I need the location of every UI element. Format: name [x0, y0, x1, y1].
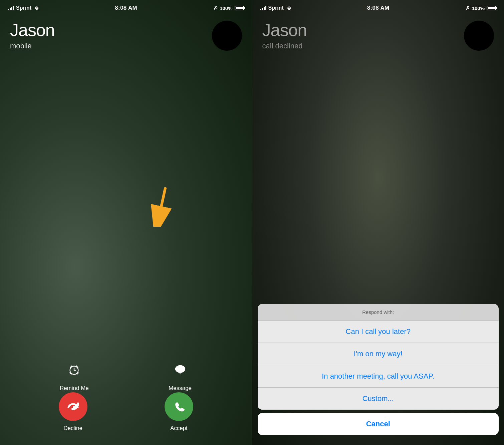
respond-option-3[interactable]: In another meeting, call you ASAP. [258, 365, 499, 387]
contact-info-left: Jason mobile [10, 21, 55, 50]
accept-btn-wrap: Accept [165, 392, 193, 432]
signal-bars-left [8, 6, 14, 10]
time-right: 8:08 AM [367, 5, 390, 11]
svg-point-9 [175, 365, 185, 373]
wifi-icon-right: ⊛ [287, 5, 291, 11]
signal-bar-3 [11, 7, 12, 10]
contact-name-left: Jason [10, 21, 55, 40]
signal-bar-r2 [262, 8, 263, 10]
message-action[interactable]: Message [168, 358, 192, 392]
signal-bar-r3 [264, 7, 265, 10]
clock-icon [68, 363, 80, 376]
respond-title: Respond with: [258, 304, 499, 320]
status-right-right: ✗ 100% [466, 5, 496, 11]
left-phone-panel: Sprint ⊛ 8:08 AM ✗ 100% Jason mobile [0, 0, 252, 445]
message-bubble-icon [174, 363, 187, 376]
status-bar-right: Sprint ⊛ 8:08 AM ✗ 100% [252, 0, 504, 14]
time-left: 8:08 AM [115, 5, 137, 11]
bluetooth-icon-right: ✗ [466, 5, 470, 11]
bluetooth-icon-left: ✗ [213, 5, 218, 11]
respond-option-1[interactable]: Can I call you later? [258, 321, 499, 343]
battery-fill-left [236, 7, 243, 9]
remind-me-label: Remind Me [60, 385, 89, 392]
signal-bars-right [260, 6, 266, 10]
signal-bar-1 [8, 9, 9, 10]
decline-label: Decline [63, 425, 82, 432]
status-left-left: Sprint ⊛ [8, 5, 39, 11]
arrow-container [145, 187, 172, 228]
status-right-left: ✗ 100% [213, 5, 244, 11]
respond-sheet: Respond with: Can I call you later? I'm … [258, 304, 499, 445]
call-buttons-area: Decline Accept [0, 392, 252, 432]
contact-name-right: Jason [262, 21, 307, 40]
battery-fill-right [488, 7, 495, 9]
status-left-right: Sprint ⊛ [260, 5, 291, 11]
battery-icon-right [487, 6, 496, 10]
decline-button[interactable] [59, 392, 87, 421]
accept-label: Accept [170, 425, 188, 432]
battery-percent-right: 100% [472, 5, 485, 11]
message-label: Message [169, 385, 192, 392]
signal-bar-2 [10, 8, 11, 10]
status-bar-left: Sprint ⊛ 8:08 AM ✗ 100% [0, 0, 252, 14]
decline-btn-wrap: Decline [59, 392, 87, 432]
svg-marker-10 [178, 372, 181, 374]
wifi-icon-left: ⊛ [35, 5, 39, 11]
svg-line-1 [158, 188, 165, 222]
contact-info-right: Jason call declined [262, 21, 307, 50]
battery-percent-left: 100% [220, 5, 232, 11]
remind-me-icon-wrap [62, 358, 86, 382]
respond-container: Respond with: Can I call you later? I'm … [258, 304, 499, 410]
signal-bar-4 [13, 6, 14, 10]
contact-area-right: Jason call declined [252, 14, 504, 51]
contact-sub-right: call declined [262, 42, 307, 50]
call-actions-area: Remind Me Message [0, 358, 252, 392]
signal-bar-r4 [265, 6, 266, 10]
carrier-left: Sprint [16, 5, 31, 11]
yellow-arrow-icon [145, 187, 172, 227]
contact-area-left: Jason mobile [0, 14, 252, 51]
avatar-right [464, 21, 494, 51]
respond-option-custom[interactable]: Custom... [258, 388, 499, 410]
signal-bar-r1 [260, 9, 261, 10]
battery-icon-left [235, 6, 244, 10]
remind-me-action[interactable]: Remind Me [60, 358, 89, 392]
avatar-left [212, 21, 242, 51]
right-phone-panel: Sprint ⊛ 8:08 AM ✗ 100% Jason call decli… [252, 0, 504, 445]
contact-sub-left: mobile [10, 42, 55, 50]
accept-button[interactable] [165, 392, 193, 421]
respond-option-2[interactable]: I'm on my way! [258, 343, 499, 365]
carrier-right: Sprint [268, 5, 284, 11]
cancel-button[interactable]: Cancel [258, 413, 499, 435]
message-icon-wrap [168, 358, 192, 382]
